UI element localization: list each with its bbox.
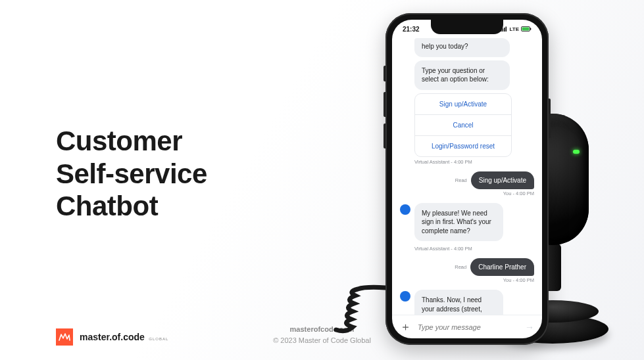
message-meta: Virtual Assistant - 4:00 PM: [414, 246, 534, 252]
message-meta: You - 4:00 PM: [400, 277, 534, 283]
quick-reply-option[interactable]: Sign up/Activate: [415, 94, 511, 115]
read-label: Read: [455, 264, 466, 270]
page-title: Customer Self-service Chatbot: [56, 125, 207, 223]
user-message-row: Read Charline Prather: [400, 258, 534, 276]
user-text: Sing up/Activate: [479, 177, 526, 184]
message-meta: You - 4:00 PM: [400, 191, 534, 196]
bot-message: help you today?: [414, 38, 510, 57]
bot-avatar-icon: [400, 291, 410, 302]
message-input-bar: ＋ →: [392, 315, 542, 338]
svg-rect-2: [504, 28, 505, 32]
user-text: Charline Prather: [478, 263, 526, 271]
read-label: Read: [455, 177, 467, 183]
bot-text: My pleasure! We need sign in first. What…: [422, 210, 491, 235]
chat-area[interactable]: help you today? Type your question or se…: [392, 38, 542, 315]
svg-rect-1: [503, 29, 504, 32]
user-message: Sing up/Activate: [471, 171, 534, 189]
bot-avatar-icon: [400, 204, 410, 215]
phone-mockup: 21:32 LTE help you today? Type your ques…: [385, 13, 549, 345]
bot-text: Thanks. Now, I need your address (street…: [422, 296, 483, 315]
attach-icon[interactable]: ＋: [400, 321, 411, 332]
bot-message: Thanks. Now, I need your address (street…: [414, 290, 503, 315]
svg-rect-3: [506, 27, 507, 32]
quick-reply-option[interactable]: Cancel: [415, 115, 511, 136]
message-meta: Virtual Assistant - 4:00 PM: [414, 159, 534, 165]
quick-reply-option[interactable]: Login/Password reset: [415, 136, 511, 156]
bot-message: Type your question or select an option b…: [414, 60, 510, 90]
battery-icon: [521, 26, 532, 32]
phone-notch: [431, 20, 503, 34]
bot-message: My pleasure! We need sign in first. What…: [414, 203, 503, 242]
bot-message-row: Thanks. Now, I need your address (street…: [400, 290, 534, 315]
status-network: LTE: [509, 26, 519, 32]
message-input[interactable]: [418, 323, 518, 331]
send-icon[interactable]: →: [525, 322, 534, 332]
bot-text: Type your question or select an option b…: [422, 67, 489, 83]
status-time: 21:32: [403, 26, 420, 33]
bot-message-row: My pleasure! We need sign in first. What…: [400, 203, 534, 245]
svg-rect-5: [522, 28, 530, 31]
user-message: Charline Prather: [470, 258, 534, 276]
user-message-row: Read Sing up/Activate: [400, 171, 534, 189]
phone-screen: 21:32 LTE help you today? Type your ques…: [392, 20, 542, 338]
svg-rect-6: [530, 28, 531, 30]
mic-led-icon: [573, 150, 580, 154]
quick-reply-list: Sign up/Activate Cancel Login/Password r…: [414, 93, 512, 157]
footer-copyright: © 2023 Master of Code Global: [0, 335, 644, 346]
headline-text: Customer Self-service Chatbot: [56, 125, 207, 221]
bot-text: help you today?: [422, 43, 468, 50]
